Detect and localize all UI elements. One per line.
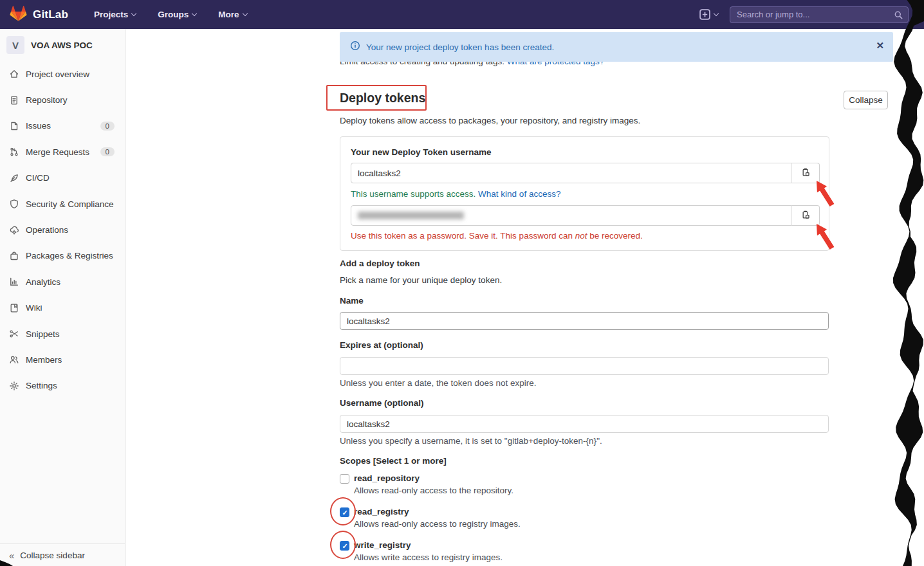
document-icon [9,95,19,105]
add-deploy-token-heading: Add a deploy token [340,259,420,268]
cloud-gear-icon [9,225,19,235]
copy-icon [800,167,811,179]
sidebar-item-settings[interactable]: Settings [0,373,125,399]
sidebar-item-analytics[interactable]: Analytics [0,269,125,295]
name-label: Name [340,296,364,306]
info-icon [350,41,360,53]
shield-icon [9,199,19,209]
form-description: Pick a name for your unique deploy token… [340,275,502,285]
deploy-token-value-redacted[interactable] [351,205,791,226]
read-registry-checkbox[interactable] [340,507,349,517]
quill-icon [9,173,19,183]
copy-token-button[interactable] [791,205,820,226]
nav-groups[interactable]: Groups [158,10,196,19]
chevron-down-icon [714,11,719,16]
sidebar-item-repository[interactable]: Repository [0,87,125,113]
chevron-down-icon [242,11,247,16]
copy-icon [800,210,811,222]
page-title: Deploy tokens [340,91,425,105]
username-optional-input[interactable] [340,415,829,433]
new-deploy-token-card: Your new Deploy Token username This user… [340,136,829,251]
sidebar-item-members[interactable]: Members [0,347,125,372]
what-kind-of-access-link[interactable]: What kind of access? [478,189,560,199]
username-access-help: This username supports access. What kind… [351,189,560,199]
copy-username-button[interactable] [791,163,820,183]
gitlab-logo-icon [10,5,27,24]
new-menu-button[interactable] [699,9,718,20]
username-help-text: Unless you specify a username, it is set… [340,436,602,446]
deploy-token-created-banner: Your new project deploy token has been c… [340,32,893,62]
gear-icon [9,381,19,391]
redacted-token-blur [358,212,464,219]
book-icon [9,303,19,313]
expires-at-label: Expires at (optional) [340,340,423,350]
sidebar-item-cicd[interactable]: CI/CD [0,165,125,191]
banner-message: Your new project deploy token has been c… [366,42,554,52]
collapse-section-button[interactable]: Collapse [844,91,888,109]
nav-more[interactable]: More [218,10,246,19]
username-optional-label: Username (optional) [340,398,424,408]
scopes-label: Scopes [Select 1 or more] [340,456,447,466]
chevron-down-icon [192,11,197,16]
expires-help-text: Unless you enter a date, the token does … [340,378,536,388]
people-icon [9,354,19,365]
double-chevron-left-icon: « [9,550,14,561]
scissors-icon [9,329,19,339]
read-repository-checkbox[interactable] [340,474,349,484]
project-name: VOA AWS POC [31,41,93,50]
plus-box-icon [699,9,710,20]
package-icon [9,251,19,261]
search-icon [894,10,903,23]
deploy-token-username-label: Your new Deploy Token username [351,147,492,157]
token-password-warning: Use this token as a password. Save it. T… [351,231,643,241]
close-icon[interactable]: ✕ [876,41,884,50]
sidebar-menu: Project overview Repository Issues 0 Mer… [0,61,125,399]
section-subtitle: Deploy tokens allow access to packages, … [340,116,640,125]
top-navbar: GitLab Projects Groups More [0,0,924,29]
project-avatar: V [6,36,24,54]
sidebar-item-snippets[interactable]: Snippets [0,321,125,347]
nav-right [699,6,909,23]
deploy-token-value-group [351,205,820,226]
issues-icon [9,121,19,131]
project-sidebar: V VOA AWS POC Project overview Repositor… [0,29,125,566]
sidebar-item-packages-registries[interactable]: Packages & Registries [0,243,125,269]
torn-edge-decoration [888,0,924,566]
merge-requests-count-badge: 0 [100,147,115,156]
search-input[interactable] [730,10,908,19]
nav-menu: Projects Groups More [94,10,247,19]
sidebar-item-project-overview[interactable]: Project overview [0,61,125,87]
issues-count-badge: 0 [100,122,115,131]
nav-projects[interactable]: Projects [94,10,136,19]
search-box[interactable] [730,6,909,23]
brand-name: GitLab [33,8,68,21]
expires-at-input[interactable] [340,357,829,375]
sidebar-item-operations[interactable]: Operations [0,217,125,242]
deploy-token-username-input[interactable] [351,163,791,183]
chevron-down-icon [131,11,136,16]
gitlab-deploy-tokens-page: GitLab Projects Groups More V VOA AWS PO… [0,0,924,566]
sidebar-item-issues[interactable]: Issues 0 [0,113,125,139]
sidebar-item-merge-requests[interactable]: Merge Requests 0 [0,139,125,165]
sidebar-item-security-compliance[interactable]: Security & Compliance [0,191,125,217]
deploy-token-username-group [351,163,820,183]
write-registry-checkbox[interactable] [340,541,349,551]
home-icon [9,69,19,79]
name-input[interactable] [340,312,829,330]
merge-request-icon [9,147,19,157]
gitlab-brand[interactable]: GitLab [10,5,68,24]
collapse-sidebar-button[interactable]: « Collapse sidebar [0,543,125,566]
sidebar-item-wiki[interactable]: Wiki [0,295,125,321]
chart-icon [9,277,19,287]
project-context[interactable]: V VOA AWS POC [0,29,125,54]
